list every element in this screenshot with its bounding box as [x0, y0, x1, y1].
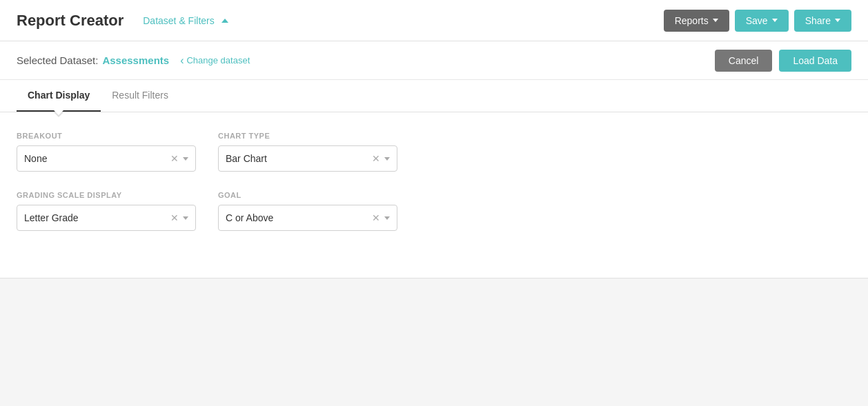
chevron-down-icon [772, 19, 778, 22]
cancel-button[interactable]: Cancel [715, 50, 773, 72]
chart-type-select[interactable]: Bar Chart ✕ [218, 145, 397, 172]
dataset-filters-button[interactable]: Dataset & Filters [143, 15, 228, 26]
grading-scale-select-icons: ✕ [170, 213, 188, 223]
form-content: BREAKOUT None ✕ CHART TYPE Bar Chart ✕ [0, 112, 868, 278]
chart-type-label: CHART TYPE [218, 132, 397, 140]
reports-label: Reports [675, 15, 709, 26]
goal-value: C or Above [226, 212, 372, 223]
goal-dropdown-icon[interactable] [384, 216, 390, 220]
chart-type-value: Bar Chart [226, 153, 372, 164]
dataset-bar: Selected Dataset: Assessments Change dat… [0, 41, 868, 80]
chart-type-select-icons: ✕ [372, 154, 390, 163]
breakout-dropdown-icon[interactable] [183, 157, 188, 161]
change-dataset-button[interactable]: Change dataset [180, 54, 250, 67]
share-label: Share [805, 15, 831, 26]
tab-result-filters[interactable]: Result Filters [101, 80, 179, 112]
tab-chart-display-label: Chart Display [28, 90, 90, 101]
header-actions: Reports Save Share [664, 10, 851, 32]
tab-active-indicator [53, 112, 64, 117]
tabs-row: Chart Display Result Filters [0, 80, 868, 112]
breakout-select-icons: ✕ [170, 154, 188, 163]
breakout-label: BREAKOUT [17, 132, 196, 140]
chart-type-dropdown-icon[interactable] [384, 157, 390, 161]
chevron-down-icon [835, 19, 840, 22]
save-button[interactable]: Save [735, 10, 789, 32]
share-button[interactable]: Share [794, 10, 851, 32]
app-title: Report Creator [17, 12, 124, 30]
grading-scale-select[interactable]: Letter Grade ✕ [17, 205, 196, 231]
grading-scale-value: Letter Grade [24, 212, 170, 223]
tab-chart-display[interactable]: Chart Display [17, 80, 101, 112]
grading-scale-group: GRADING SCALE DISPLAY Letter Grade ✕ [17, 191, 196, 231]
change-dataset-label: Change dataset [186, 55, 250, 65]
chart-type-clear-icon[interactable]: ✕ [372, 154, 380, 163]
dataset-name: Assessments [102, 54, 169, 66]
goal-label: GOAL [218, 191, 397, 199]
breakout-group: BREAKOUT None ✕ [17, 132, 196, 172]
dataset-bar-actions: Cancel Load Data [715, 50, 851, 72]
chevron-down-icon [713, 19, 718, 22]
goal-select-icons: ✕ [372, 213, 390, 223]
reports-button[interactable]: Reports [664, 10, 729, 32]
selected-dataset-label: Selected Dataset: [17, 54, 98, 66]
top-header: Report Creator Dataset & Filters Reports… [0, 0, 868, 41]
goal-group: GOAL C or Above ✕ [218, 191, 397, 231]
chart-type-group: CHART TYPE Bar Chart ✕ [218, 132, 397, 172]
breakout-clear-icon[interactable]: ✕ [170, 154, 179, 163]
form-row-1: BREAKOUT None ✕ CHART TYPE Bar Chart ✕ [17, 132, 851, 172]
dataset-filters-label: Dataset & Filters [143, 15, 214, 26]
grading-scale-label: GRADING SCALE DISPLAY [17, 191, 196, 199]
load-data-button[interactable]: Load Data [779, 50, 851, 72]
panel-area: Selected Dataset: Assessments Change dat… [0, 41, 868, 278]
goal-clear-icon[interactable]: ✕ [372, 213, 380, 223]
tab-result-filters-label: Result Filters [112, 90, 168, 101]
save-label: Save [746, 15, 768, 26]
breakout-value: None [24, 153, 170, 164]
grading-scale-dropdown-icon[interactable] [183, 216, 188, 220]
breakout-select[interactable]: None ✕ [17, 145, 196, 172]
goal-select[interactable]: C or Above ✕ [218, 205, 397, 231]
form-row-2: GRADING SCALE DISPLAY Letter Grade ✕ GOA… [17, 191, 851, 231]
grading-scale-clear-icon[interactable]: ✕ [170, 213, 179, 223]
chevron-up-icon [221, 19, 228, 23]
